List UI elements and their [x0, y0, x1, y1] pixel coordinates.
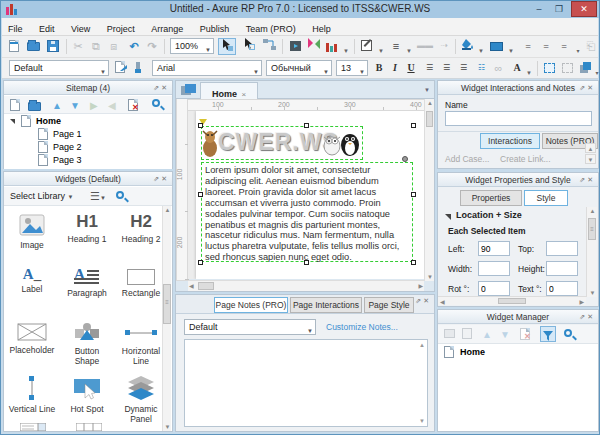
move-up-disabled-icon[interactable]: ▲: [482, 329, 492, 340]
widget-vertical-line[interactable]: Vertical Line: [7, 376, 57, 424]
top-input[interactable]: [546, 241, 578, 256]
manager-item-home[interactable]: Home: [438, 346, 598, 360]
widget-heading1[interactable]: H1 Heading 1: [62, 212, 112, 260]
selection-handle[interactable]: [304, 260, 309, 265]
font-style-select[interactable]: Обычный▼: [266, 60, 332, 76]
style-brush-icon[interactable]: [132, 60, 146, 77]
height-input[interactable]: [546, 261, 578, 276]
indent-icon[interactable]: ▶: [90, 100, 98, 111]
style-preset-select[interactable]: Default▼: [9, 60, 109, 76]
scroll-down-icon[interactable]: ▼: [585, 154, 596, 164]
manager-popout-icon[interactable]: ⇗: [579, 313, 587, 320]
italic-button[interactable]: I: [388, 60, 402, 77]
create-link-link[interactable]: Create Link...: [500, 154, 551, 164]
tab-interactions[interactable]: Interactions: [480, 133, 540, 149]
scroll-right-icon[interactable]: ▶: [418, 282, 423, 289]
notes-popout-icon[interactable]: ⇗: [415, 297, 423, 304]
move-down-disabled-icon[interactable]: ▼: [500, 329, 510, 340]
bring-front-icon[interactable]: [578, 60, 594, 77]
tab-page-interactions[interactable]: Page Interactions: [290, 297, 362, 313]
notes-textarea[interactable]: ▲ ▼: [184, 339, 428, 427]
move-down-icon[interactable]: ▼: [70, 100, 80, 111]
add-page-icon[interactable]: [10, 99, 20, 111]
widget-rectangle[interactable]: Rectangle: [116, 266, 162, 314]
widget-heading2[interactable]: H2 Heading 2: [116, 212, 162, 260]
widget-placeholder[interactable]: Placeholder: [7, 321, 57, 369]
scroll-thumb[interactable]: [198, 282, 214, 290]
properties-hscroll[interactable]: ◀ ▶: [438, 296, 586, 305]
font-color-button[interactable]: A: [510, 60, 524, 77]
widget-image[interactable]: Image: [7, 212, 57, 260]
align-left-icon[interactable]: ☰: [422, 60, 437, 77]
scroll-down-icon[interactable]: ▼: [426, 274, 434, 280]
selection-handle[interactable]: [304, 123, 309, 128]
selection-handle[interactable]: [198, 123, 203, 128]
interactions-popout-icon[interactable]: ⇗: [579, 84, 587, 91]
scroll-up-icon[interactable]: ▲: [588, 208, 597, 214]
menu-arrange[interactable]: Arrange: [145, 21, 189, 37]
outdent-icon[interactable]: ◀: [108, 100, 116, 111]
save-icon[interactable]: [47, 40, 59, 52]
paragraph-widget-selected[interactable]: Lorem ipsum dolor sit amet, consectetur …: [201, 162, 413, 262]
line-width-icon[interactable]: ≡: [388, 38, 404, 55]
scroll-right-icon[interactable]: ▶: [579, 298, 584, 305]
link-icon[interactable]: ∞: [491, 60, 506, 77]
manager-close-icon[interactable]: ✕: [587, 313, 595, 320]
widget-label-item[interactable]: A_ Label: [7, 266, 57, 314]
chart-widgets-icon[interactable]: [324, 38, 340, 55]
import-icon[interactable]: ⎗: [584, 38, 598, 55]
undo-icon[interactable]: ↶: [126, 38, 142, 55]
cut-icon[interactable]: ✂: [70, 38, 86, 55]
scroll-down-icon[interactable]: ▼: [164, 424, 171, 430]
line-pattern-icon[interactable]: ▬▬: [416, 38, 434, 55]
widgets-search-icon[interactable]: [116, 191, 124, 199]
selection-handle[interactable]: [411, 192, 416, 197]
widget-hot-spot[interactable]: Hot Spot: [62, 376, 112, 424]
bullet-list-icon[interactable]: ☷: [474, 60, 489, 77]
rotate-handle[interactable]: [402, 156, 408, 162]
paste-icon[interactable]: ⧈: [106, 38, 122, 55]
widget-button-shape[interactable]: Button Shape: [62, 321, 112, 369]
widget-dynamic-panel[interactable]: Dynamic Panel: [116, 376, 162, 424]
canvas-hscroll[interactable]: ◀ ▶: [188, 280, 424, 291]
arrow-style-icon[interactable]: ⇢: [436, 38, 452, 55]
minimize-button[interactable]: –: [531, 2, 547, 16]
scroll-left-icon[interactable]: ◀: [189, 282, 194, 289]
add-folder-icon[interactable]: [28, 102, 41, 111]
underline-button[interactable]: U: [404, 60, 418, 77]
image-widget-selected[interactable]: CWER.WS: [201, 126, 363, 160]
scroll-up-icon[interactable]: ▲: [585, 143, 596, 153]
canvas-vscroll[interactable]: ▲ ▼: [424, 99, 434, 281]
sitemap-search-icon[interactable]: [152, 99, 160, 107]
ungroup-icon[interactable]: [560, 60, 576, 77]
default-widgets-icon[interactable]: [288, 38, 304, 55]
properties-vscroll[interactable]: ▲ ≡ ▼: [586, 207, 597, 297]
section-collapse-icon[interactable]: [445, 214, 451, 220]
select-contained-tool[interactable]: [240, 38, 258, 55]
menu-help[interactable]: Help: [306, 21, 337, 37]
maximize-button[interactable]: ❐: [551, 2, 567, 16]
menu-view[interactable]: View: [65, 21, 96, 37]
notes-set-select[interactable]: Default▼: [184, 319, 316, 335]
page-surface[interactable]: CWER.WS Lorem ipsum dolor sit amet, cons…: [188, 111, 424, 279]
width-input[interactable]: [478, 261, 510, 276]
sitemap-close-icon[interactable]: ✕: [161, 84, 169, 91]
scroll-up-icon[interactable]: ▲: [419, 342, 425, 348]
scroll-down-icon[interactable]: ▼: [419, 418, 425, 424]
properties-close-icon[interactable]: ✕: [587, 176, 595, 183]
selection-tool-active[interactable]: [218, 38, 236, 55]
zoom-select[interactable]: 100%▼: [170, 38, 214, 54]
widgets-popout-icon[interactable]: ⇗: [153, 175, 161, 182]
widget-name-input[interactable]: [445, 111, 592, 126]
menu-edit[interactable]: Edit: [33, 21, 61, 37]
interactions-close-icon[interactable]: ✕: [587, 84, 595, 91]
widget-paragraph[interactable]: A Paragraph: [62, 266, 112, 314]
add-case-link[interactable]: Add Case...: [445, 154, 489, 164]
sitemap-popout-icon[interactable]: ⇗: [153, 84, 161, 91]
sitemap-node-home[interactable]: Home: [4, 115, 172, 128]
tab-close-icon[interactable]: ×: [241, 90, 246, 99]
align-middle-icon[interactable]: ＝: [538, 38, 554, 55]
selection-handle[interactable]: [411, 123, 416, 128]
selection-handle[interactable]: [198, 260, 203, 265]
scroll-thumb[interactable]: [498, 298, 526, 304]
